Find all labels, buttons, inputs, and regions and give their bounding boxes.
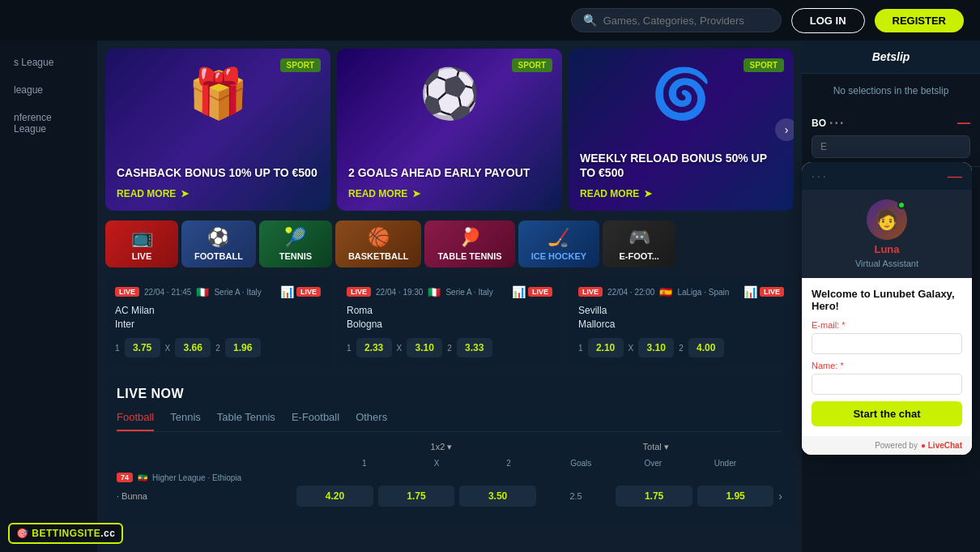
betslip-empty: No selections in the betslip — [802, 74, 980, 108]
banner-icon-2: ⚽ — [420, 65, 480, 122]
chat-agent-role: Virtual Assistant — [855, 259, 918, 268]
team1-name-2: Roma — [347, 305, 552, 316]
match-odds-2: 1 2.33 X 3.10 2 3.33 — [347, 338, 552, 357]
league-flag-3: 🇪🇸 — [659, 286, 672, 298]
match-meta-1: LIVE 22/04 · 21:45 🇮🇹 Serie A · Italy 📊 … — [115, 285, 321, 298]
livechat-logo: ● LiveChat — [921, 441, 962, 450]
live-league-flag-1: 🇪🇹 — [138, 473, 147, 482]
header-sub-x: X — [402, 459, 471, 468]
header-sub-2: 2 — [475, 459, 543, 468]
banner-badge-2: SPORT — [512, 58, 552, 72]
match-teams-2: Roma Bologna — [347, 305, 552, 330]
col-team-header — [120, 442, 334, 452]
match-cards: LIVE 22/04 · 21:45 🇮🇹 Serie A · Italy 📊 … — [105, 277, 794, 366]
odds-btn-2-3[interactable]: 4.00 — [688, 338, 724, 357]
chat-minimize-btn[interactable]: — — [948, 169, 962, 183]
sport-tab-tennis[interactable]: 🎾 TENNIS — [259, 220, 332, 267]
match-chart-live-1: LIVE — [296, 287, 321, 297]
match-meta-2: LIVE 22/04 · 19:30 🇮🇹 Serie A · Italy 📊 … — [347, 285, 552, 298]
odds-btn-1-2[interactable]: 2.33 — [356, 338, 392, 357]
powered-by-text: Powered by — [875, 441, 918, 450]
odds-label-1-3: 1 — [578, 344, 583, 353]
odds-btn-2-1[interactable]: 1.96 — [225, 338, 261, 357]
live-row-expand-1[interactable]: › — [778, 490, 782, 503]
team2-name-3: Mallorca — [578, 319, 784, 330]
banner-card-1[interactable]: SPORT 🎁 CASHBACK BONUS 10% UP TO €500 RE… — [105, 49, 330, 211]
banner-card-2[interactable]: SPORT ⚽ 2 GOALS AHEAD EARLY PAYOUT READ … — [337, 49, 562, 211]
register-button[interactable]: REGISTER — [875, 9, 964, 32]
sport-tab-efootball-label: E-FOOT... — [619, 251, 659, 261]
match-meta-3: LIVE 22/04 · 22:00 🇪🇸 LaLiga · Spain 📊 L… — [578, 285, 784, 298]
chat-email-input[interactable] — [812, 333, 962, 354]
live-team-label-1: · Bunna — [117, 491, 292, 501]
odds-btn-x-2[interactable]: 3.10 — [407, 338, 442, 357]
live-tab-others[interactable]: Others — [356, 411, 387, 431]
banner-read-more-1[interactable]: READ MORE ➤ — [117, 188, 319, 199]
sidebar-item-league[interactable]: league — [0, 76, 97, 104]
live-odds-x-btn-1[interactable]: 1.75 — [378, 486, 455, 507]
chat-header-bar: ··· — — [802, 162, 972, 190]
team2-name-1: Inter — [115, 319, 321, 330]
live-over-btn-1[interactable]: 1.75 — [616, 486, 692, 507]
live-goals-1: 2.5 — [541, 491, 611, 501]
sport-tab-icehockey[interactable]: 🏒 ICE HOCKEY — [518, 220, 599, 267]
main-content: SPORT 🎁 CASHBACK BONUS 10% UP TO €500 RE… — [97, 41, 802, 552]
bonus-minus-btn[interactable]: — — [957, 116, 970, 131]
odds-btn-1-3[interactable]: 2.10 — [588, 338, 624, 357]
bonus-input[interactable] — [812, 135, 970, 158]
league-name-2: Serie A · Italy — [445, 288, 492, 297]
efootball-icon: 🎮 — [628, 227, 650, 248]
live-tab-tabletennis[interactable]: Table Tennis — [217, 411, 275, 431]
chat-start-button[interactable]: Start the chat — [812, 401, 962, 426]
odds-btn-x-3[interactable]: 3.10 — [638, 338, 674, 357]
chat-avatar-area: 🧑 Luna Virtual Assistant — [802, 190, 972, 278]
live-under-btn-1[interactable]: 1.95 — [697, 486, 774, 507]
sport-tab-football[interactable]: ⚽ FOOTBALL — [181, 220, 256, 267]
odds-label-1-1: 1 — [115, 344, 120, 353]
banner-title-2: 2 GOALS AHEAD EARLY PAYOUT — [348, 165, 551, 180]
sport-tab-basketball[interactable]: 🏀 BASKETBALL — [335, 220, 422, 267]
chat-name-label: Name: * — [812, 361, 962, 370]
live-odds-1-btn-1[interactable]: 4.20 — [296, 486, 373, 507]
match-odds-3: 1 2.10 X 3.10 2 4.00 — [578, 338, 784, 357]
banner-badge-3: SPORT — [744, 58, 784, 72]
football-icon: ⚽ — [207, 227, 229, 248]
live-odds-2-btn-1[interactable]: 3.50 — [459, 486, 536, 507]
sidebar-item-conference[interactable]: nference League — [0, 104, 97, 143]
search-input[interactable] — [603, 15, 769, 27]
banner-badge-1: SPORT — [280, 58, 321, 72]
header-sub-goals: Goals — [547, 459, 616, 468]
banner-read-more-2[interactable]: READ MORE ➤ — [348, 188, 551, 199]
live-tab-football[interactable]: Football — [117, 411, 154, 431]
chat-name-input[interactable] — [812, 374, 962, 395]
odds-btn-x-1[interactable]: 3.66 — [175, 338, 211, 357]
live-row-meta-1: 74 🇪🇹 Higher League · Ethiopia — [117, 473, 782, 482]
sidebar-item-sleague[interactable]: s League — [0, 49, 97, 76]
chat-welcome-text: Welcome to Lunubet Galaxy, Hero! — [812, 288, 962, 312]
bonus-section: BO ··· — — [802, 108, 980, 167]
match-chart-live-3: LIVE — [760, 287, 784, 297]
carousel-next-button[interactable]: › — [775, 118, 794, 141]
live-badge-2: LIVE — [347, 287, 371, 297]
tennis-icon: 🎾 — [284, 227, 306, 248]
odds-btn-2-2[interactable]: 3.33 — [457, 338, 492, 357]
match-chart-3: 📊 LIVE — [744, 285, 784, 298]
odds-btn-1-1[interactable]: 3.75 — [125, 338, 160, 357]
sport-tab-tabletennis[interactable]: 🏓 TABLE TENNIS — [424, 220, 514, 267]
header-sub-over: Over — [619, 459, 688, 468]
banner-read-more-3[interactable]: READ MORE ➤ — [580, 188, 782, 199]
login-button[interactable]: LOG IN — [791, 8, 865, 33]
sidebar: s League league nference League — [0, 41, 97, 552]
live-table-header: 1x2 ▾ Total ▾ — [117, 442, 782, 452]
chat-dots: ··· — [812, 169, 829, 182]
match-odds-1: 1 3.75 X 3.66 2 1.96 — [115, 338, 321, 357]
banner-card-3[interactable]: SPORT 🌀 WEEKLY RELOAD BONUS 50% UP TO €5… — [569, 49, 794, 211]
live-tab-efootball[interactable]: E-Football — [292, 411, 339, 431]
live-tab-tennis[interactable]: Tennis — [170, 411, 201, 431]
match-chart-1: 📊 LIVE — [280, 285, 321, 298]
tabletennis-icon: 🏓 — [459, 227, 481, 248]
sport-tab-efootball[interactable]: 🎮 E-FOOT... — [603, 220, 675, 267]
match-chart-2: 📊 LIVE — [512, 285, 552, 298]
sport-tab-live[interactable]: 📺 LIVE — [105, 220, 178, 267]
search-bar[interactable]: 🔍 — [571, 8, 782, 32]
